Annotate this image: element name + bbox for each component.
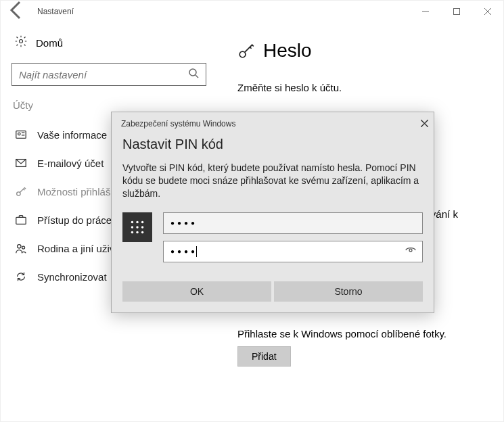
key-icon bbox=[14, 185, 28, 197]
photo-description: Přihlaste se k Windows pomocí oblíbené f… bbox=[237, 328, 483, 339]
pin-dots: ●●●● bbox=[170, 248, 198, 255]
sidebar-item-label: E-mailový účet bbox=[37, 158, 104, 169]
badge-icon bbox=[14, 128, 28, 141]
svg-point-27 bbox=[141, 231, 143, 233]
search-field[interactable] bbox=[19, 69, 188, 80]
pin-input-new[interactable]: ●●●● bbox=[163, 212, 423, 234]
sidebar-home[interactable]: Domů bbox=[14, 34, 206, 51]
password-description: Změňte si heslo k účtu. bbox=[237, 82, 483, 93]
dialog-close-button[interactable] bbox=[421, 118, 428, 130]
svg-line-6 bbox=[196, 75, 198, 78]
mail-icon bbox=[14, 157, 28, 169]
pin-dialog: Zabezpečení systému Windows Nastavit PIN… bbox=[111, 112, 434, 313]
sidebar-item-label: Přístup do práce bbox=[37, 214, 112, 226]
pin-input-confirm[interactable]: ●●●● bbox=[163, 241, 423, 262]
svg-rect-7 bbox=[16, 131, 26, 139]
minimize-button[interactable] bbox=[410, 1, 441, 22]
add-button[interactable]: Přidat bbox=[237, 346, 291, 367]
ok-button[interactable]: OK bbox=[122, 281, 271, 302]
svg-point-19 bbox=[131, 220, 133, 222]
svg-point-8 bbox=[18, 133, 21, 135]
keypad-icon bbox=[122, 212, 152, 242]
page-heading: Heslo bbox=[237, 40, 483, 62]
search-input[interactable] bbox=[12, 63, 206, 86]
sidebar-item-label: Vaše informace bbox=[37, 129, 107, 141]
reveal-password-icon[interactable] bbox=[405, 244, 417, 259]
sidebar-section-title: Účty bbox=[13, 99, 206, 111]
dialog-title: Zabezpečení systému Windows bbox=[121, 119, 235, 128]
key-icon bbox=[237, 42, 255, 60]
window-titlebar: Nastavení bbox=[1, 1, 503, 22]
svg-point-28 bbox=[409, 249, 412, 252]
svg-point-26 bbox=[136, 231, 138, 233]
svg-rect-13 bbox=[16, 217, 26, 224]
sidebar-home-label: Domů bbox=[36, 37, 63, 49]
people-icon bbox=[14, 242, 28, 254]
svg-point-22 bbox=[131, 226, 133, 228]
search-icon bbox=[188, 68, 199, 81]
sync-icon bbox=[14, 271, 28, 283]
sidebar-item-label: Synchronizovat bbox=[37, 271, 107, 283]
dialog-heading: Nastavit PIN kód bbox=[122, 137, 423, 152]
svg-point-20 bbox=[136, 220, 138, 222]
svg-rect-1 bbox=[454, 9, 460, 15]
close-button[interactable] bbox=[472, 1, 503, 22]
svg-point-23 bbox=[136, 226, 138, 228]
dialog-text: Vytvořte si PIN kód, který budete použív… bbox=[122, 162, 423, 200]
svg-point-5 bbox=[189, 69, 196, 76]
window-title: Nastavení bbox=[28, 7, 74, 16]
svg-point-16 bbox=[239, 51, 246, 57]
svg-point-15 bbox=[22, 246, 25, 249]
cancel-button[interactable]: Storno bbox=[274, 281, 423, 302]
briefcase-icon bbox=[14, 214, 28, 226]
back-button[interactable] bbox=[6, 0, 28, 24]
gear-icon bbox=[14, 34, 28, 51]
maximize-button[interactable] bbox=[441, 1, 472, 22]
svg-point-21 bbox=[141, 220, 143, 222]
svg-point-25 bbox=[131, 231, 133, 233]
page-heading-text: Heslo bbox=[263, 40, 312, 62]
pin-dots: ●●●● bbox=[170, 219, 198, 227]
svg-point-14 bbox=[18, 245, 21, 248]
svg-point-24 bbox=[141, 226, 143, 228]
svg-point-4 bbox=[20, 40, 23, 43]
